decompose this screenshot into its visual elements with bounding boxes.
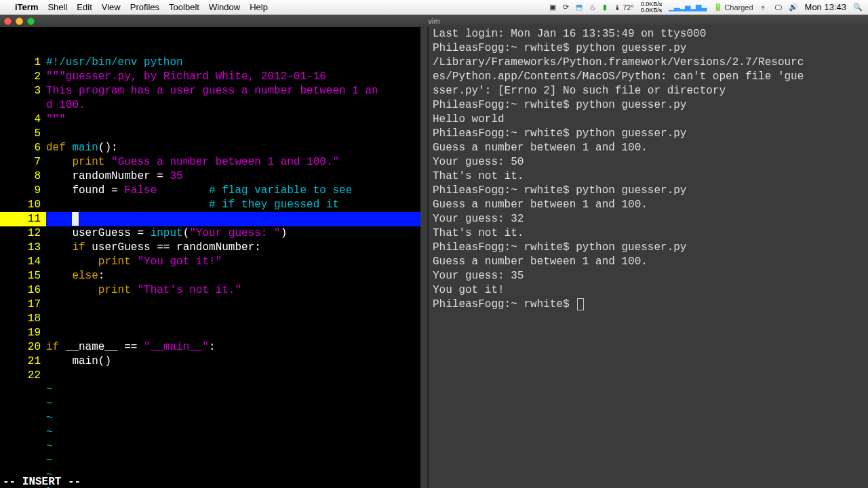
wifi-icon[interactable]: ᯤ — [760, 3, 768, 12]
terminal-cursor — [577, 298, 584, 310]
menu-shell[interactable]: Shell — [47, 2, 67, 12]
code-line[interactable]: 14 print "You got it!" — [0, 255, 420, 269]
screen-share-icon[interactable]: ▣ — [549, 3, 556, 12]
display-icon[interactable]: 🖵 — [774, 3, 782, 12]
line-number: 17 — [0, 298, 46, 312]
terminal-line: You got it! — [433, 283, 864, 298]
line-number: 16 — [0, 283, 46, 298]
zoom-button[interactable] — [27, 18, 35, 25]
terminal-line: Your guess: 35 — [433, 269, 864, 283]
line-number: 20 — [0, 340, 46, 354]
code-line[interactable]: 20if __name__ == "__main__": — [0, 340, 420, 354]
sync-icon[interactable]: ⟳ — [563, 3, 569, 12]
menu-edit[interactable]: Edit — [77, 2, 92, 12]
code-line[interactable]: 7 print "Guess a number between 1 and 10… — [0, 155, 420, 169]
flame-icon[interactable]: ♨ — [589, 3, 596, 12]
line-number: 2 — [0, 70, 46, 84]
code-line[interactable]: 6def main(): — [0, 141, 420, 155]
terminal-content: 1#!/usr/bin/env python2"""guesser.py, by… — [0, 27, 868, 488]
code-line[interactable]: 3This program has a user guess a number … — [0, 84, 420, 98]
pane-divider[interactable] — [420, 27, 427, 488]
vim-mode-status: -- INSERT -- — [0, 475, 81, 488]
line-number: 15 — [0, 269, 46, 283]
cursor — [72, 212, 79, 226]
shell-output-pane[interactable]: Last login: Mon Jan 16 13:35:49 on ttys0… — [427, 27, 868, 488]
code-text: userGuess = input("Your guess: ") — [46, 226, 420, 241]
battery-icon[interactable]: 🔋Charged — [713, 3, 753, 12]
minimize-button[interactable] — [16, 18, 23, 25]
line-number: 6 — [0, 141, 46, 155]
code-text: found = False # flag variable to see — [46, 184, 420, 198]
window-title: vim — [428, 17, 439, 25]
temp-indicator[interactable]: 🌡72° — [614, 3, 634, 12]
dropbox-icon[interactable]: ⬒ — [576, 3, 583, 12]
menu-profiles[interactable]: Profiles — [130, 2, 159, 12]
code-line[interactable]: 15 else: — [0, 269, 420, 283]
code-line[interactable]: 10 # if they guessed it — [0, 198, 420, 212]
code-line[interactable]: 22 — [0, 369, 420, 383]
line-number: 18 — [0, 312, 46, 326]
vim-tilde: ~ — [46, 383, 53, 397]
code-line[interactable]: 1#!/usr/bin/env python — [0, 56, 420, 70]
code-text — [46, 326, 420, 340]
line-number: 9 — [0, 184, 46, 198]
line-number: 19 — [0, 326, 46, 340]
code-text: def main(): — [46, 141, 420, 155]
menu-help[interactable]: Help — [250, 2, 268, 12]
window-titlebar[interactable]: vim — [0, 15, 868, 27]
code-line[interactable]: 13 if userGuess == randomNumber: — [0, 241, 420, 255]
code-text: #!/usr/bin/env python — [46, 56, 420, 70]
cpu-bars-icon[interactable]: ▁▃▂▅▂▆▃ — [669, 3, 707, 12]
code-text: """ — [46, 113, 420, 127]
vim-tilde: ~ — [46, 426, 53, 440]
code-line[interactable]: 16 print "That's not it." — [0, 283, 420, 298]
code-text — [46, 212, 420, 226]
code-line[interactable]: 11 — [0, 212, 420, 226]
network-stats[interactable]: 0.0KB/s0.0KB/s — [641, 1, 663, 14]
code-text: # if they guessed it — [46, 198, 420, 212]
line-number: 5 — [0, 127, 46, 141]
line-number: 7 — [0, 155, 46, 169]
spotlight-icon[interactable]: 🔍 — [853, 3, 863, 12]
menubar-right: ▣ ⟳ ⬒ ♨ ▮ 🌡72° 0.0KB/s0.0KB/s ▁▃▂▅▂▆▃ 🔋C… — [549, 1, 863, 14]
terminal-line: Guess a number between 1 and 100. — [433, 255, 864, 269]
menubar-left: iTerm Shell Edit View Profiles Toolbelt … — [5, 2, 268, 12]
code-text: if userGuess == randomNumber: — [46, 241, 420, 255]
line-number — [0, 98, 46, 113]
code-line[interactable]: d 100. — [0, 98, 420, 113]
terminal-line: Last login: Mon Jan 16 13:35:49 on ttys0… — [433, 27, 864, 41]
menu-toolbelt[interactable]: Toolbelt — [169, 2, 199, 12]
terminal-line: PhileasFogg:~ rwhite$ python guesser.py — [433, 241, 864, 255]
vim-editor-pane[interactable]: 1#!/usr/bin/env python2"""guesser.py, by… — [0, 27, 420, 488]
code-line[interactable]: 4""" — [0, 113, 420, 127]
code-line[interactable]: 21 main() — [0, 354, 420, 369]
menubar: iTerm Shell Edit View Profiles Toolbelt … — [0, 0, 868, 15]
terminal-line: PhileasFogg:~ rwhite$ python guesser.py — [433, 98, 864, 113]
code-line[interactable]: 2"""guesser.py, by Richard White, 2012-0… — [0, 70, 420, 84]
volume-icon[interactable]: 🔊 — [789, 3, 798, 12]
terminal-line: PhileasFogg:~ rwhite$ — [433, 298, 864, 312]
menu-view[interactable]: View — [102, 2, 121, 12]
code-text: randomNumber = 35 — [46, 169, 420, 184]
line-number: 3 — [0, 84, 46, 98]
code-text: d 100. — [46, 98, 420, 113]
code-line[interactable]: 12 userGuess = input("Your guess: ") — [0, 226, 420, 241]
app-name[interactable]: iTerm — [15, 2, 38, 12]
close-button[interactable] — [4, 18, 12, 25]
line-number: 4 — [0, 113, 46, 127]
activity-icon[interactable]: ▮ — [603, 3, 607, 12]
code-text: if __name__ == "__main__": — [46, 340, 420, 354]
code-line[interactable]: 8 randomNumber = 35 — [0, 169, 420, 184]
code-line[interactable]: 19 — [0, 326, 420, 340]
code-line[interactable]: 17 — [0, 298, 420, 312]
code-text: print "You got it!" — [46, 255, 420, 269]
code-line[interactable]: 5 — [0, 127, 420, 141]
code-line[interactable]: 9 found = False # flag variable to see — [0, 184, 420, 198]
code-line[interactable]: 18 — [0, 312, 420, 326]
line-number: 8 — [0, 169, 46, 184]
vim-tilde: ~ — [46, 440, 53, 454]
code-text — [46, 298, 420, 312]
vim-tilde: ~ — [46, 454, 53, 468]
menu-window[interactable]: Window — [209, 2, 240, 12]
clock[interactable]: Mon 13:43 — [805, 2, 846, 12]
